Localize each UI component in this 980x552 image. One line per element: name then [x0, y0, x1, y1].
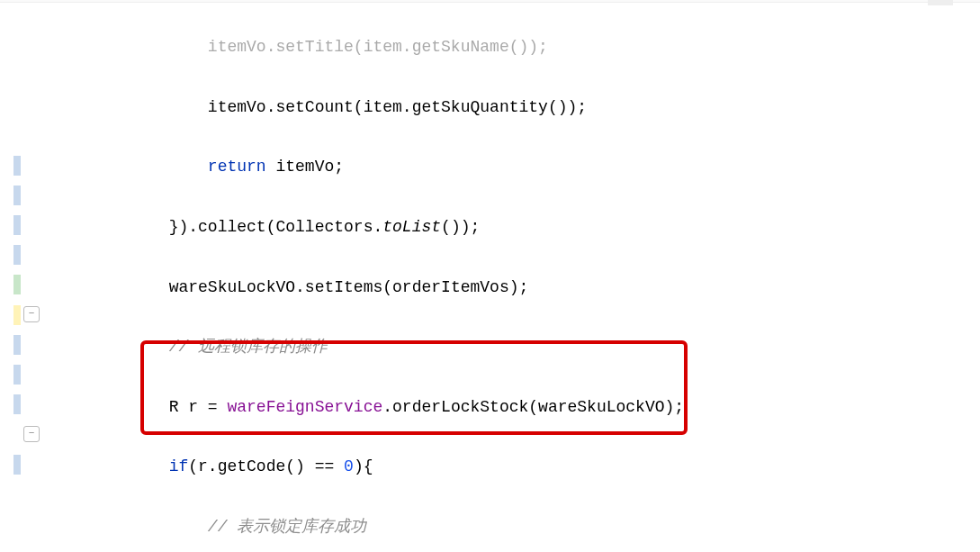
indent: [52, 98, 208, 116]
code-text: itemVo;: [266, 158, 344, 176]
comment: // 表示锁定库存成功: [208, 518, 366, 536]
editor-gutter[interactable]: − −: [0, 3, 43, 552]
indent: [52, 457, 169, 475]
number-literal: 0: [344, 457, 354, 475]
fold-toggle-icon[interactable]: −: [23, 426, 40, 442]
indent: [52, 338, 169, 356]
gutter-change-mark[interactable]: [13, 365, 21, 385]
gutter-change-mark[interactable]: [13, 186, 21, 205]
indent: [52, 518, 208, 536]
code-editor[interactable]: − − itemVo.setTitle(item.getSkuName()); …: [0, 3, 980, 552]
gutter-change-mark[interactable]: [13, 156, 21, 176]
code-text-faded: itemVo.setTitle(item.getSkuName());: [208, 38, 548, 56]
code-line[interactable]: // 远程锁库存的操作: [52, 332, 980, 362]
code-content[interactable]: itemVo.setTitle(item.getSkuName()); item…: [43, 3, 980, 552]
code-text: (r.getCode() ==: [188, 457, 344, 475]
indent: [52, 38, 208, 56]
gutter-change-mark[interactable]: [13, 215, 21, 235]
code-line[interactable]: return itemVo;: [52, 152, 980, 182]
indent: [52, 398, 169, 416]
code-text: ());: [441, 218, 480, 236]
gutter-change-mark[interactable]: [13, 455, 21, 475]
code-line[interactable]: if(r.getCode() == 0){: [52, 452, 980, 482]
code-line[interactable]: itemVo.setTitle(item.getSkuName());: [52, 32, 980, 62]
gutter-change-mark[interactable]: [13, 305, 21, 325]
gutter-change-mark[interactable]: [13, 394, 21, 414]
code-line[interactable]: }).collect(Collectors.toList());: [52, 213, 980, 242]
code-text: ){: [354, 457, 373, 475]
indent: [52, 218, 169, 236]
code-line[interactable]: itemVo.setCount(item.getSkuQuantity());: [52, 93, 980, 122]
code-text: .orderLockStock(wareSkuLockVO);: [382, 398, 684, 416]
code-line[interactable]: // 表示锁定库存成功: [52, 512, 980, 542]
code-text: itemVo.setCount(item.getSkuQuantity());: [208, 98, 587, 116]
code-text: wareSkuLockVO.setItems(orderItemVos);: [169, 278, 529, 296]
field-ref: wareFeignService: [227, 398, 382, 416]
code-line[interactable]: wareSkuLockVO.setItems(orderItemVos);: [52, 273, 980, 303]
gutter-change-mark[interactable]: [13, 335, 21, 355]
keyword-return: return: [208, 158, 266, 176]
fold-toggle-icon[interactable]: −: [23, 306, 40, 322]
indent: [52, 278, 169, 296]
comment: // 远程锁库存的操作: [169, 338, 328, 356]
keyword-if: if: [169, 457, 189, 475]
code-text: R r =: [169, 398, 228, 416]
indent: [52, 158, 208, 176]
static-method: toList: [382, 218, 441, 236]
gutter-change-mark[interactable]: [13, 245, 21, 265]
code-line[interactable]: R r = wareFeignService.orderLockStock(wa…: [52, 393, 980, 422]
code-text: }).collect(Collectors.: [169, 218, 383, 236]
gutter-change-mark[interactable]: [13, 275, 21, 294]
